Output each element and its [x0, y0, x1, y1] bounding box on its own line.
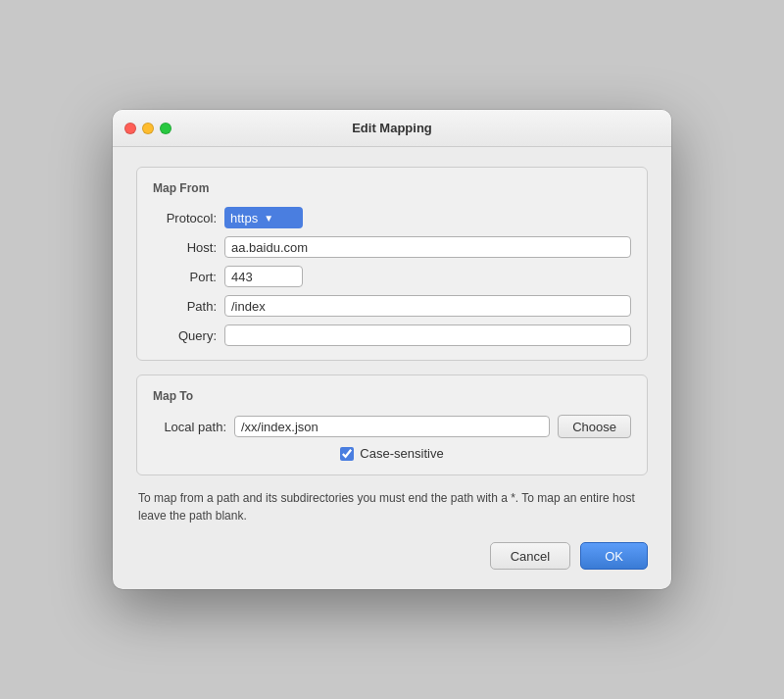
protocol-label: Protocol:	[153, 211, 217, 225]
edit-mapping-dialog: Edit Mapping Map From Protocol: https ▼ …	[113, 110, 671, 589]
port-input[interactable]	[224, 266, 303, 287]
dialog-body: Map From Protocol: https ▼ Host: Port:	[113, 147, 671, 589]
host-input[interactable]	[224, 236, 631, 258]
local-path-input[interactable]	[234, 416, 550, 437]
path-row: Path:	[153, 295, 631, 317]
local-path-row: Local path: Choose	[153, 415, 631, 438]
host-row: Host:	[153, 236, 631, 258]
protocol-row: Protocol: https ▼	[153, 207, 631, 228]
path-label: Path:	[153, 299, 217, 314]
query-row: Query:	[153, 325, 631, 346]
host-label: Host:	[153, 240, 217, 255]
window-title: Edit Mapping	[352, 121, 432, 135]
ok-button[interactable]: OK	[580, 542, 648, 570]
minimize-button[interactable]	[142, 123, 154, 134]
query-input[interactable]	[224, 325, 631, 346]
chevron-down-icon: ▼	[264, 213, 273, 224]
case-sensitive-row: Case-sensitive	[153, 446, 631, 461]
maximize-button[interactable]	[160, 123, 172, 134]
query-label: Query:	[153, 328, 217, 343]
map-to-title: Map To	[153, 389, 631, 403]
cancel-button[interactable]: Cancel	[490, 542, 570, 570]
map-from-section: Map From Protocol: https ▼ Host: Port:	[136, 167, 648, 361]
map-from-title: Map From	[153, 181, 631, 195]
close-button[interactable]	[124, 123, 136, 134]
local-path-label: Local path:	[153, 420, 226, 434]
case-sensitive-label[interactable]: Case-sensitive	[360, 446, 443, 461]
path-input[interactable]	[224, 295, 631, 317]
protocol-select[interactable]: https ▼	[224, 207, 303, 228]
map-to-section: Map To Local path: Choose Case-sensitive	[136, 374, 648, 475]
hint-text: To map from a path and its subdirectorie…	[136, 489, 648, 524]
port-row: Port:	[153, 266, 631, 287]
button-row: Cancel OK	[136, 542, 648, 570]
protocol-value: https	[230, 211, 258, 225]
title-bar: Edit Mapping	[113, 110, 671, 147]
traffic-lights	[124, 123, 172, 134]
case-sensitive-checkbox[interactable]	[340, 447, 354, 461]
port-label: Port:	[153, 270, 217, 284]
choose-button[interactable]: Choose	[558, 415, 631, 438]
